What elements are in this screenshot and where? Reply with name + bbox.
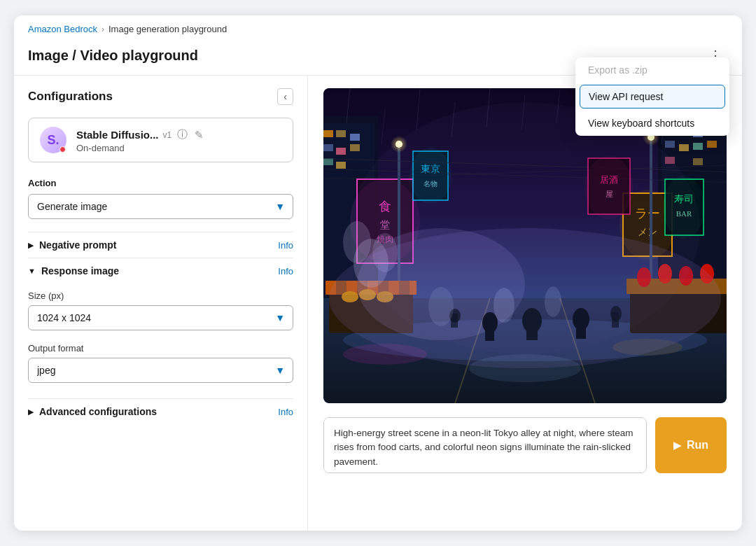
action-select[interactable]: Generate image Edit image Inpaint image [28,194,293,219]
model-version: v1 [163,130,172,140]
dropdown-item-export: Export as .zip [575,57,729,83]
breadcrumb-current: Image generation playground [108,24,227,34]
output-format-select[interactable]: jpeg png webp [28,358,293,383]
negative-prompt-row[interactable]: ▶ Negative prompt Info [28,232,293,258]
svg-rect-3 [323,130,333,137]
svg-rect-19 [693,143,703,150]
negative-prompt-arrow: ▶ [28,241,34,250]
breadcrumb-separator: › [102,24,104,34]
main-content: Configurations ‹ S. Stable Diffusio... v… [14,76,742,531]
svg-rect-10 [336,162,346,169]
model-name: Stable Diffusio... v1 ⓘ ✎ [76,127,205,143]
sidebar: Configurations ‹ S. Stable Diffusio... v… [14,76,308,531]
app-container: Amazon Bedrock › Image generation playgr… [14,15,742,531]
response-image-expanded: Size (px) 1024 x 1024 512 x 512 768 x 76… [28,284,293,398]
dropdown-item-api[interactable]: View API request [580,85,725,108]
svg-rect-17 [665,141,675,148]
model-edit-icon[interactable]: ✎ [193,127,205,143]
collapse-button[interactable]: ‹ [277,88,293,105]
response-image-arrow: ▼ [28,267,36,275]
size-select[interactable]: 1024 x 1024 512 x 512 768 x 768 [28,305,293,330]
page-title: Image / Video playground [28,48,198,64]
prompt-area: ▶ Run [323,417,727,473]
model-info: Stable Diffusio... v1 ⓘ ✎ On-demand [76,127,205,153]
size-label: Size (px) [28,290,293,301]
sidebar-header: Configurations ‹ [28,88,293,105]
svg-rect-20 [707,141,717,148]
sidebar-title: Configurations [28,90,113,104]
action-label: Action [28,178,293,188]
content-area: 食 堂 焼肉 ラー メン 東京 名物 [308,76,742,531]
response-image-row[interactable]: ▼ Response image Info [28,258,293,284]
svg-rect-6 [323,144,333,151]
breadcrumb-link[interactable]: Amazon Bedrock [28,24,97,34]
dropdown-menu: Export as .zip View API request View key… [575,57,729,136]
output-format-label: Output format [28,343,293,354]
svg-point-106 [350,102,700,354]
svg-rect-22 [693,158,703,165]
run-icon: ▶ [673,440,681,451]
model-subtext: On-demand [76,143,205,153]
advanced-config-info[interactable]: Info [278,407,293,417]
size-select-wrapper: 1024 x 1024 512 x 512 768 x 768 ▼ [28,305,293,330]
svg-rect-7 [336,148,346,155]
advanced-config-label: Advanced configurations [39,406,157,417]
run-button-label: Run [687,439,708,451]
model-card: S. Stable Diffusio... v1 ⓘ ✎ On-demand [28,118,293,162]
prompt-input[interactable] [323,417,647,473]
svg-rect-4 [336,130,346,137]
svg-rect-9 [323,158,333,165]
model-icon: S. [40,127,66,153]
advanced-config-row[interactable]: ▶ Advanced configurations Info [28,398,293,424]
advanced-config-arrow: ▶ [28,407,34,416]
output-format-select-wrapper: jpeg png webp ▼ [28,358,293,383]
response-image-label: Response image [41,265,119,276]
negative-prompt-info[interactable]: Info [278,240,293,251]
svg-rect-8 [350,144,360,151]
model-status-dot [59,146,66,153]
run-button[interactable]: ▶ Run [655,417,727,473]
dropdown-item-shortcuts[interactable]: View keyboard shortcuts [575,111,729,136]
model-info-icon[interactable]: ⓘ [176,127,189,143]
svg-rect-5 [350,134,360,141]
action-select-wrapper: Generate image Edit image Inpaint image … [28,194,293,219]
response-image-info[interactable]: Info [278,266,293,276]
svg-rect-18 [679,144,689,151]
breadcrumb: Amazon Bedrock › Image generation playgr… [14,15,742,40]
negative-prompt-label: Negative prompt [39,239,116,251]
